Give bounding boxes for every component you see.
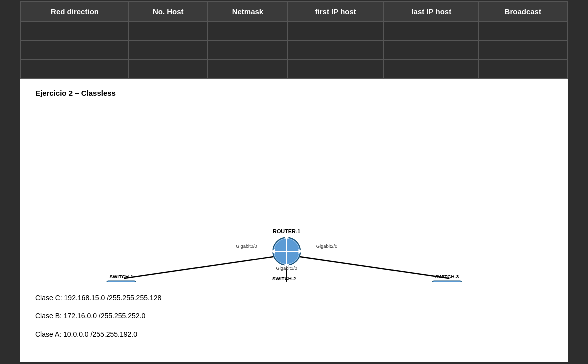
- network-table: Red direction No. Host Netmask first IP …: [20, 1, 568, 79]
- clase-c-info: Clase C: 192.168.15.0 /255.255.255.128: [35, 292, 553, 303]
- cell: [129, 40, 208, 59]
- table-section: Red direction No. Host Netmask first IP …: [0, 0, 588, 79]
- table-row: [21, 40, 567, 59]
- cell: [208, 40, 287, 59]
- cell: [384, 59, 478, 78]
- cell: [384, 40, 478, 59]
- switch1-label: SWITCH-1: [109, 274, 133, 279]
- cell: [384, 21, 478, 40]
- cell: [129, 21, 208, 40]
- router-port0-label: Gigabit0/0: [236, 244, 257, 249]
- cell: [21, 59, 129, 78]
- col-header-red-direction: Red direction: [21, 2, 129, 21]
- svg-rect-17: [107, 281, 136, 282]
- switch2-label: SWITCH-2: [272, 276, 296, 281]
- col-header-no-host: No. Host: [129, 2, 208, 21]
- table-row: [21, 21, 567, 40]
- switch3-label: SWITCH-3: [435, 274, 459, 279]
- router-port2-label: Gigabit2/0: [316, 244, 338, 249]
- col-header-netmask: Netmask: [208, 2, 287, 21]
- cell: [208, 59, 287, 78]
- clase-a-info: Clase A: 10.0.0.0 /255.255.192.0: [35, 329, 553, 340]
- table-row: [21, 59, 567, 78]
- router-label: ROUTER-1: [273, 228, 300, 234]
- cell: [208, 21, 287, 40]
- svg-line-2: [296, 256, 449, 278]
- diagram-container: ROUTER-1 Gigabit0/0 Gigabit1/0 Gigabit2/…: [35, 107, 553, 282]
- svg-rect-31: [432, 281, 462, 282]
- cell: [479, 40, 568, 59]
- col-header-last-ip: last IP host: [384, 2, 478, 21]
- cell: [479, 59, 568, 78]
- router-port1-label: Gigabit1/0: [276, 266, 297, 271]
- col-header-broadcast: Broadcast: [479, 2, 568, 21]
- network-diagram: ROUTER-1 Gigabit0/0 Gigabit1/0 Gigabit2/…: [35, 107, 553, 282]
- svg-marker-14: [284, 235, 289, 239]
- col-header-first-ip: first IP host: [287, 2, 384, 21]
- exercise-title: Ejercicio 2 – Classless: [35, 89, 553, 97]
- cell: [479, 21, 568, 40]
- cell: [21, 21, 129, 40]
- cell: [287, 21, 384, 40]
- cell: [21, 40, 129, 59]
- content-section: Ejercicio 2 – Classless: [20, 79, 568, 362]
- cell: [287, 59, 384, 78]
- svg-line-0: [124, 256, 277, 278]
- cell: [129, 59, 208, 78]
- cell: [287, 40, 384, 59]
- clase-b-info: Clase B: 172.16.0.0 /255.255.252.0: [35, 310, 553, 321]
